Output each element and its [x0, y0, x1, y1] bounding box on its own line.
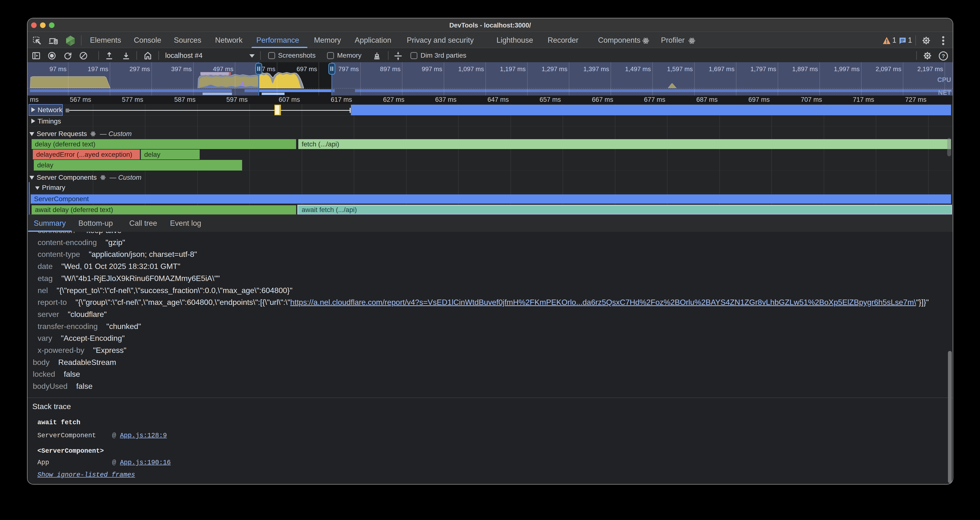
svg-text:297 ms: 297 ms	[129, 65, 150, 73]
svg-text:97 ms: 97 ms	[49, 65, 67, 73]
svg-text:197 ms: 197 ms	[88, 65, 108, 73]
svg-text:1,297 ms: 1,297 ms	[542, 65, 567, 73]
svg-text:1,797 ms: 1,797 ms	[751, 65, 776, 73]
svg-text:2,197 ms: 2,197 ms	[917, 65, 943, 73]
svg-text:1,997 ms: 1,997 ms	[834, 65, 860, 73]
svg-text:?: ?	[942, 53, 945, 59]
svg-text:497 ms: 497 ms	[213, 65, 234, 73]
svg-text:797 ms: 797 ms	[338, 65, 359, 73]
svg-text:997 ms: 997 ms	[422, 65, 442, 73]
svg-text:697 ms: 697 ms	[297, 65, 317, 73]
svg-text:1,497 ms: 1,497 ms	[625, 65, 651, 73]
svg-text:1,597 ms: 1,597 ms	[667, 65, 693, 73]
svg-text:2,097 ms: 2,097 ms	[876, 65, 901, 73]
svg-text:NET: NET	[938, 89, 951, 95]
svg-text:1,097 ms: 1,097 ms	[458, 65, 484, 73]
svg-text:1,397 ms: 1,397 ms	[583, 65, 609, 73]
svg-text:CPU: CPU	[937, 76, 951, 83]
svg-text:1,197 ms: 1,197 ms	[500, 65, 526, 73]
svg-text:397 ms: 397 ms	[171, 65, 192, 73]
svg-text:897 ms: 897 ms	[380, 65, 401, 73]
svg-text:1,697 ms: 1,697 ms	[709, 65, 735, 73]
svg-text:1,897 ms: 1,897 ms	[792, 65, 818, 73]
